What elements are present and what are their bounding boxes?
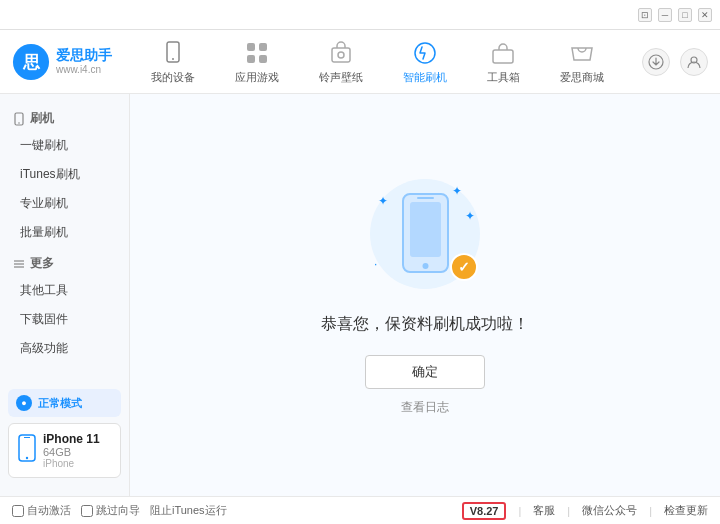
nav-store[interactable]: 爱思商城 xyxy=(542,33,622,91)
sidebar-section-flash: 刷机 xyxy=(0,104,129,131)
skip-guide-checkbox[interactable]: 跳过向导 xyxy=(81,503,140,518)
nav-apps-games[interactable]: 应用游戏 xyxy=(217,33,297,91)
success-illustration: ✦ ✦ · ✦ ✓ xyxy=(365,174,485,294)
footer-left: 自动激活 跳过向导 阻止iTunes运行 xyxy=(12,503,462,518)
customer-service-link[interactable]: 客服 xyxy=(533,503,555,518)
nav-store-icon xyxy=(568,39,596,67)
sparkle-1: ✦ xyxy=(378,194,388,208)
svg-text:思: 思 xyxy=(22,53,41,72)
logo-url: www.i4.cn xyxy=(56,64,112,76)
restore-btn[interactable]: ⊡ xyxy=(638,8,652,22)
svg-point-3 xyxy=(172,58,174,60)
nav-my-device[interactable]: 我的设备 xyxy=(133,33,213,91)
success-circle: ✦ ✦ · ✦ ✓ xyxy=(370,179,480,289)
wechat-official-link[interactable]: 微信公众号 xyxy=(582,503,637,518)
nav-items: 我的设备 应用游戏 铃声壁纸 xyxy=(112,33,642,91)
sparkle-4: ✦ xyxy=(465,209,475,223)
svg-rect-6 xyxy=(247,55,255,63)
sidebar-item-batch-flash[interactable]: 批量刷机 xyxy=(0,218,129,247)
svg-point-24 xyxy=(422,263,428,269)
device-details: iPhone 11 64GB iPhone xyxy=(43,432,100,469)
window-controls: ⊡ ─ □ ✕ xyxy=(638,8,712,22)
nav-smart-label: 智能刷机 xyxy=(403,70,447,85)
skip-guide-input[interactable] xyxy=(81,505,93,517)
device-storage: 64GB xyxy=(43,446,100,458)
footer: 自动激活 跳过向导 阻止iTunes运行 V8.27 | 客服 | 微信公众号 … xyxy=(0,496,720,524)
logo-icon: 思 xyxy=(12,43,50,81)
nav-ringtone[interactable]: 铃声壁纸 xyxy=(301,33,381,91)
confirm-button[interactable]: 确定 xyxy=(365,355,485,389)
sidebar-section-more: 更多 xyxy=(0,247,129,276)
sidebar-item-one-key[interactable]: 一键刷机 xyxy=(0,131,129,160)
device-info: iPhone 11 64GB iPhone xyxy=(8,423,121,478)
sparkle-3: · xyxy=(374,257,377,271)
mode-icon: ● xyxy=(16,395,32,411)
mode-text: 正常模式 xyxy=(38,396,82,411)
success-checkmark: ✓ xyxy=(450,253,478,281)
device-type: iPhone xyxy=(43,458,100,469)
nav-store-label: 爱思商城 xyxy=(560,70,604,85)
sidebar-item-pro-flash[interactable]: 专业刷机 xyxy=(0,189,129,218)
nav-toolbox-label: 工具箱 xyxy=(487,70,520,85)
svg-rect-7 xyxy=(259,55,267,63)
download-btn[interactable] xyxy=(642,48,670,76)
svg-point-20 xyxy=(26,457,28,459)
maximize-btn[interactable]: □ xyxy=(678,8,692,22)
svg-point-15 xyxy=(18,122,20,124)
device-name: iPhone 11 xyxy=(43,432,100,446)
sidebar-top: 刷机 一键刷机 iTunes刷机 专业刷机 批量刷机 更多 xyxy=(0,104,129,363)
sidebar-item-download-firmware[interactable]: 下载固件 xyxy=(0,305,129,334)
header: 思 爱思助手 www.i4.cn 我的设备 xyxy=(0,30,720,94)
sidebar-item-advanced[interactable]: 高级功能 xyxy=(0,334,129,363)
success-message: 恭喜您，保资料刷机成功啦！ xyxy=(321,314,529,335)
nav-smart-icon xyxy=(411,39,439,67)
nav-smart-flash[interactable]: 智能刷机 xyxy=(385,33,465,91)
svg-rect-11 xyxy=(493,50,513,63)
auto-activate-input[interactable] xyxy=(12,505,24,517)
nav-toolbox-icon xyxy=(489,39,517,67)
logo-text: 爱思助手 www.i4.cn xyxy=(56,47,112,76)
nav-device-icon xyxy=(159,39,187,67)
logo[interactable]: 思 爱思助手 www.i4.cn xyxy=(12,43,112,81)
svg-rect-4 xyxy=(247,43,255,51)
nav-toolbox[interactable]: 工具箱 xyxy=(469,33,538,91)
sparkle-2: ✦ xyxy=(452,184,462,198)
svg-rect-23 xyxy=(410,202,441,257)
nav-device-label: 我的设备 xyxy=(151,70,195,85)
svg-rect-8 xyxy=(332,48,350,62)
nav-apps-label: 应用游戏 xyxy=(235,70,279,85)
svg-point-9 xyxy=(338,52,344,58)
auto-activate-checkbox[interactable]: 自动激活 xyxy=(12,503,71,518)
block-itunes-label: 阻止iTunes运行 xyxy=(150,503,227,518)
nav-right-controls xyxy=(642,48,708,76)
title-bar: ⊡ ─ □ ✕ xyxy=(0,0,720,30)
device-phone-icon xyxy=(17,434,37,467)
sidebar: 刷机 一键刷机 iTunes刷机 专业刷机 批量刷机 更多 xyxy=(0,94,130,496)
content-area: ✦ ✦ · ✦ ✓ 恭喜您，保资料刷机成功啦！ 确定 查看日志 xyxy=(130,94,720,496)
main-area: 刷机 一键刷机 iTunes刷机 专业刷机 批量刷机 更多 xyxy=(0,94,720,496)
svg-rect-5 xyxy=(259,43,267,51)
nav-ringtone-label: 铃声壁纸 xyxy=(319,70,363,85)
sidebar-bottom: ● 正常模式 iPhone 11 64GB iPhone xyxy=(0,381,129,486)
version-badge[interactable]: V8.27 xyxy=(462,502,507,520)
nav-apps-icon xyxy=(243,39,271,67)
sidebar-item-other-tools[interactable]: 其他工具 xyxy=(0,276,129,305)
logo-name: 爱思助手 xyxy=(56,47,112,64)
check-update-link[interactable]: 检查更新 xyxy=(664,503,708,518)
view-log-link[interactable]: 查看日志 xyxy=(401,399,449,416)
footer-right: V8.27 | 客服 | 微信公众号 | 检查更新 xyxy=(462,502,708,520)
user-btn[interactable] xyxy=(680,48,708,76)
device-mode: ● 正常模式 xyxy=(8,389,121,417)
sidebar-item-itunes-flash[interactable]: iTunes刷机 xyxy=(0,160,129,189)
phone-svg xyxy=(398,192,453,277)
minimize-btn[interactable]: ─ xyxy=(658,8,672,22)
close-btn[interactable]: ✕ xyxy=(698,8,712,22)
nav-ringtone-icon xyxy=(327,39,355,67)
